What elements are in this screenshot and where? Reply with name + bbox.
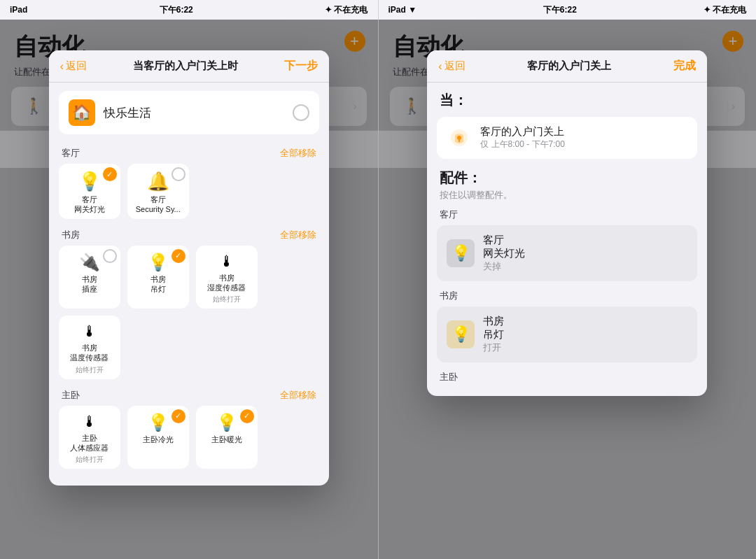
section-header-study: 书房 全部移除	[49, 225, 329, 243]
warm-icon: 💡	[216, 413, 237, 432]
uncheck-badge-security	[172, 167, 186, 181]
left-modal-header: ‹ 返回 当客厅的入户门关上时 下一步	[49, 50, 329, 83]
temp-icon: 🌡	[82, 323, 97, 341]
right-acc-study-chandelier[interactable]: 💡 书房吊灯 打开	[437, 306, 697, 362]
humidity-icon: 🌡	[219, 253, 234, 271]
left-back-label: 返回	[66, 59, 87, 73]
left-modal-title: 当客厅的入户门关上时	[133, 59, 238, 73]
left-modal-overlay: ‹ 返回 当客厅的入户门关上时 下一步 🏠 快乐生活	[0, 20, 378, 559]
chandelier-icon: 💡	[148, 253, 169, 272]
sensor-icon: 🌡	[82, 413, 97, 431]
right-modal: ‹ 返回 客厅的入户门关上 完成 当：	[427, 50, 707, 396]
right-modal-back[interactable]: ‹ 返回	[438, 59, 465, 73]
left-status-right: ✦ 不在充电	[325, 4, 368, 16]
chandelier-name: 书房吊灯	[150, 274, 166, 295]
left-back-chevron-icon: ‹	[60, 60, 64, 73]
bedroom-grid: 🌡 主卧人体感应器 始终打开 ✓ 💡 主卧冷光 ✓	[49, 403, 329, 475]
right-status-right: ✦ 不在充电	[704, 4, 746, 16]
humidity-name: 书房湿度传感器	[207, 273, 246, 293]
security-name: 客厅Security Sy...	[136, 194, 181, 215]
acc-bedroom-warm[interactable]: ✓ 💡 主卧暖光	[196, 406, 258, 469]
left-panel: 自动化 让配件在家居环境变化时作出响应。 + 🚶 任何人出门时 3个动作 ›	[0, 20, 379, 559]
acc-livingroom-light[interactable]: ✓ 💡 客厅网关灯光	[59, 164, 120, 219]
right-modal-overlay: ‹ 返回 客厅的入户门关上 完成 当：	[379, 20, 757, 559]
acc-study-socket[interactable]: 🔌 书房插座	[59, 246, 120, 309]
acc-bedroom-cool[interactable]: ✓ 💡 主卧冷光	[127, 406, 189, 469]
right-section-label-living: 客厅	[427, 206, 707, 222]
check-badge-light: ✓	[103, 167, 117, 181]
section-label-study: 书房	[62, 229, 80, 241]
trigger-icon	[447, 125, 472, 150]
left-modal-back[interactable]: ‹ 返回	[60, 59, 87, 73]
right-modal-action[interactable]: 完成	[673, 59, 696, 73]
right-modal-header: ‹ 返回 客厅的入户门关上 完成	[427, 50, 707, 83]
trigger-section-label: 当：	[427, 83, 707, 114]
light-name: 客厅网关灯光	[74, 194, 105, 215]
warm-name: 主卧暖光	[211, 434, 242, 444]
socket-icon: 🔌	[79, 253, 100, 272]
section-label-bedroom: 主卧	[62, 389, 80, 402]
acc-study-chandelier[interactable]: ✓ 💡 书房吊灯	[127, 246, 189, 309]
temp-name: 书房温度传感器	[70, 343, 108, 363]
section-remove-bedroom[interactable]: 全部移除	[280, 389, 316, 402]
section-header-bedroom: 主卧 全部移除	[49, 385, 329, 403]
home-card[interactable]: 🏠 快乐生活	[59, 91, 319, 134]
home-icon: 🏠	[69, 99, 95, 126]
svg-point-1	[457, 136, 461, 140]
sensor-name: 主卧人体感应器	[70, 433, 108, 453]
check-cool: ✓	[172, 409, 186, 423]
cool-icon: 💡	[148, 413, 169, 432]
left-status-device: iPad	[10, 5, 27, 15]
livingroom-grid: ✓ 💡 客厅网关灯光 🔔 客厅Security Sy...	[49, 161, 329, 225]
right-chandelier-name: 书房吊灯	[483, 315, 687, 341]
right-back-label: 返回	[444, 59, 465, 73]
right-section-label-bedroom: 主卧	[427, 365, 707, 385]
left-modal: ‹ 返回 当客厅的入户门关上时 下一步 🏠 快乐生活	[49, 50, 329, 486]
right-light-icon: 💡	[447, 239, 475, 267]
right-status-device: iPad ▼	[388, 5, 417, 15]
right-section-label-study: 书房	[427, 284, 707, 304]
temp-sub: 始终打开	[76, 365, 104, 375]
right-chandelier-state: 打开	[483, 341, 687, 354]
sensor-sub: 始终打开	[76, 455, 104, 465]
right-back-chevron-icon: ‹	[438, 60, 442, 73]
socket-name: 书房插座	[82, 274, 97, 295]
right-modal-title: 客厅的入户门关上	[527, 59, 611, 73]
uncheck-socket	[103, 249, 117, 263]
right-panel: 自动化 让配件在家居环境变化时作出响应。 + 🚶 任何人出门时 3个动作 ›	[379, 20, 757, 559]
acc-study-temp[interactable]: 🌡 书房温度传感器 始终打开	[59, 316, 120, 379]
left-status-time: 下午6:22	[160, 4, 193, 16]
right-status-time: 下午6:22	[543, 4, 577, 16]
left-modal-body: 🏠 快乐生活 客厅 全部移除 ✓	[49, 83, 329, 486]
section-label-livingroom: 客厅	[62, 147, 80, 160]
right-modal-body: 当：	[427, 83, 707, 396]
right-light-name: 客厅网关灯光	[483, 234, 687, 260]
section-remove-study[interactable]: 全部移除	[280, 229, 316, 241]
check-warm: ✓	[240, 409, 254, 423]
section-header-livingroom: 客厅 全部移除	[49, 143, 329, 161]
check-chandelier: ✓	[172, 249, 186, 263]
accessories-desc: 按住以调整配件。	[427, 189, 707, 206]
accessories-title: 配件：	[427, 166, 707, 189]
trigger-name: 客厅的入户门关上	[480, 125, 687, 139]
section-remove-livingroom[interactable]: 全部移除	[280, 147, 316, 160]
home-name: 快乐生活	[104, 105, 284, 121]
acc-livingroom-security[interactable]: 🔔 客厅Security Sy...	[127, 164, 189, 219]
study-grid: 🔌 书房插座 ✓ 💡 书房吊灯 🌡 书房湿度传感器	[49, 243, 329, 385]
acc-study-humidity[interactable]: 🌡 书房湿度传感器 始终打开	[196, 246, 258, 309]
left-modal-action[interactable]: 下一步	[284, 59, 318, 73]
acc-bedroom-sensor[interactable]: 🌡 主卧人体感应器 始终打开	[59, 406, 120, 469]
cool-name: 主卧冷光	[143, 434, 174, 444]
radio-unselected	[293, 104, 309, 121]
trigger-card[interactable]: 客厅的入户门关上 仅 上午8:00 - 下午7:00	[437, 117, 697, 159]
humidity-sub: 始终打开	[213, 295, 241, 304]
light-icon: 💡	[78, 171, 101, 192]
trigger-time: 仅 上午8:00 - 下午7:00	[480, 139, 687, 150]
right-chandelier-icon: 💡	[447, 320, 475, 348]
right-acc-living-light[interactable]: 💡 客厅网关灯光 关掉	[437, 225, 697, 281]
right-light-state: 关掉	[483, 260, 687, 273]
security-icon: 🔔	[147, 171, 169, 192]
